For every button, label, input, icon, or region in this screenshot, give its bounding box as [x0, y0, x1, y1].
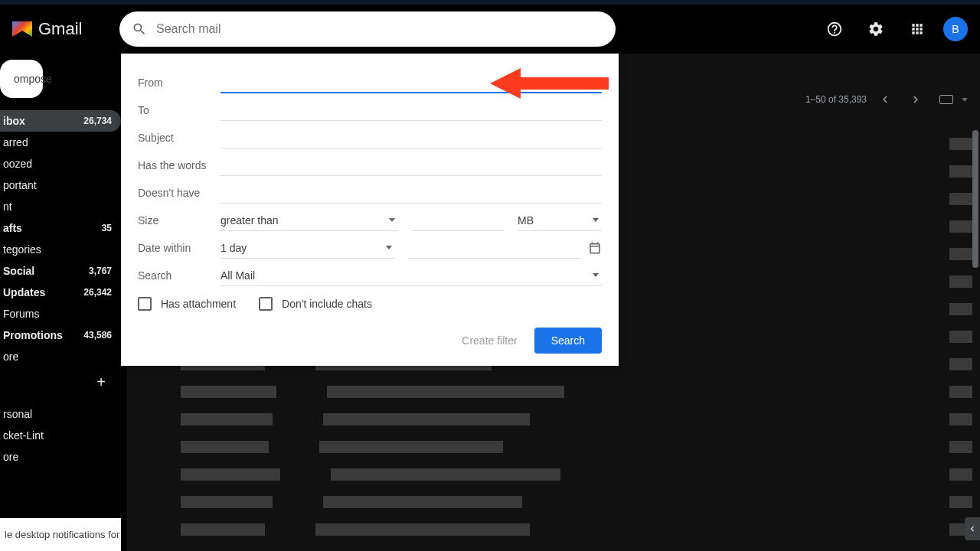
gmail-logo[interactable]: Gmail — [12, 19, 119, 39]
date-value-input[interactable] — [409, 237, 580, 259]
from-label: From — [138, 77, 220, 89]
compose-button[interactable]: ompose — [0, 60, 43, 98]
sidebar-item[interactable]: Social3,767 — [0, 260, 121, 282]
settings-button[interactable] — [861, 14, 891, 44]
doesnt-have-input[interactable] — [220, 182, 602, 204]
search-button[interactable]: Search — [534, 328, 602, 354]
exclude-chats-label: Don't include chats — [282, 298, 372, 310]
sidebar-item-count: 26,342 — [83, 287, 112, 298]
help-button[interactable] — [819, 14, 850, 44]
chevron-left-icon — [967, 523, 978, 534]
desktop-notification-banner[interactable]: le desktop notifications for G — [0, 518, 121, 551]
chevron-left-icon — [878, 93, 892, 106]
avatar[interactable]: B — [943, 17, 968, 41]
sidebar-item[interactable]: portant — [0, 174, 121, 196]
search-scope-label: Search — [138, 269, 220, 282]
size-operator-value: greater than — [220, 214, 279, 227]
to-label: To — [138, 104, 220, 116]
mail-row[interactable] — [127, 433, 972, 461]
sidebar-item-label: Promotions — [3, 329, 63, 341]
size-operator-select[interactable]: greater than — [220, 210, 398, 231]
sidebar-item[interactable]: Forums — [0, 303, 121, 324]
gear-icon — [867, 21, 884, 37]
gmail-icon — [12, 21, 32, 37]
sidebar-item[interactable]: tegories — [0, 239, 121, 260]
size-value-input[interactable] — [412, 210, 504, 231]
search-scope-value: All Mail — [220, 269, 255, 282]
sidebar-item[interactable]: nt — [0, 196, 121, 217]
search-icon — [132, 21, 147, 37]
sidebar-item[interactable]: Updates26,342 — [0, 282, 121, 303]
sidebar-item-label: nt — [3, 201, 12, 213]
sidebar-item-label: Updates — [3, 286, 45, 298]
plus-icon: + — [96, 373, 106, 391]
chevron-down-icon[interactable] — [962, 98, 968, 102]
sidebar-item[interactable]: oozed — [0, 153, 121, 174]
doesnt-have-label: Doesn't have — [138, 187, 220, 199]
mail-row[interactable] — [127, 378, 972, 406]
scrollbar-thumb[interactable] — [972, 130, 978, 268]
to-input[interactable] — [220, 99, 602, 121]
sidebar-item-label: oozed — [3, 158, 32, 170]
chevron-right-icon — [909, 93, 923, 106]
subject-input[interactable] — [220, 127, 602, 148]
sidebar-item-label: Forums — [3, 308, 39, 320]
input-tools-button[interactable] — [934, 87, 959, 112]
mail-row[interactable] — [127, 516, 972, 543]
sidebar-item-label: Social — [3, 265, 34, 277]
apps-icon — [910, 21, 925, 37]
mail-row[interactable] — [127, 488, 972, 516]
sidebar-item-label: ibox — [3, 115, 25, 127]
sidebar-item-label: afts — [3, 222, 22, 234]
chevron-down-icon — [386, 246, 392, 249]
date-range-select[interactable]: 1 day — [220, 237, 395, 259]
has-words-input[interactable] — [220, 155, 602, 176]
new-label-button[interactable]: + — [0, 367, 121, 403]
sidebar-label-item[interactable]: cket-Lint — [0, 425, 121, 446]
sidebar-item-label: ore — [3, 350, 18, 363]
sidebar-item[interactable]: ibox26,734 — [0, 110, 121, 132]
pagination-range: 1–50 of 35,393 — [805, 94, 867, 105]
next-page-button[interactable] — [903, 87, 928, 112]
sidebar-item[interactable]: arred — [0, 132, 121, 153]
sidebar-item[interactable]: afts35 — [0, 217, 121, 239]
create-filter-button[interactable]: Create filter — [462, 334, 517, 347]
sidebar-item[interactable]: ore — [0, 346, 121, 367]
sidebar-label-item[interactable]: ore — [0, 446, 121, 468]
sidebar-item[interactable]: Promotions43,586 — [0, 324, 121, 346]
sidebar-item-label: tegories — [3, 243, 41, 256]
date-range-value: 1 day — [220, 242, 247, 254]
size-unit-select[interactable]: MB — [518, 210, 602, 231]
sidebar-item-count: 43,586 — [83, 330, 112, 341]
search-scope-select[interactable]: All Mail — [220, 265, 602, 286]
sidebar: ompose ibox26,734arredoozedportantntafts… — [0, 54, 121, 551]
chevron-down-icon — [389, 218, 395, 222]
sidebar-item-count: 35 — [102, 223, 112, 233]
sidebar-item-label: portant — [3, 179, 37, 191]
keyboard-icon — [939, 95, 953, 104]
search-input[interactable] — [156, 22, 603, 36]
size-label: Size — [138, 214, 220, 227]
sidebar-item-label: ore — [3, 451, 18, 463]
subject-label: Subject — [138, 132, 220, 144]
search-bar[interactable] — [119, 11, 616, 47]
has-attachment-checkbox[interactable] — [138, 297, 152, 311]
prev-page-button[interactable] — [873, 87, 897, 112]
sidebar-item-label: arred — [3, 136, 28, 148]
chevron-down-icon — [593, 273, 599, 277]
has-words-label: Has the words — [138, 159, 220, 171]
mail-row[interactable] — [127, 461, 972, 488]
sidebar-item-label: cket-Lint — [3, 429, 44, 442]
exclude-chats-checkbox[interactable] — [259, 297, 273, 311]
from-input[interactable] — [220, 72, 602, 93]
calendar-icon[interactable] — [588, 241, 602, 255]
apps-button[interactable] — [902, 14, 933, 44]
sidebar-item-count: 3,767 — [89, 266, 112, 276]
has-attachment-label: Has attachment — [161, 298, 236, 310]
date-within-label: Date within — [138, 242, 220, 254]
mail-row[interactable] — [127, 406, 972, 433]
side-panel-toggle[interactable] — [965, 517, 980, 540]
chevron-down-icon — [593, 218, 599, 222]
logo-text: Gmail — [38, 19, 82, 39]
sidebar-label-item[interactable]: rsonal — [0, 403, 121, 425]
